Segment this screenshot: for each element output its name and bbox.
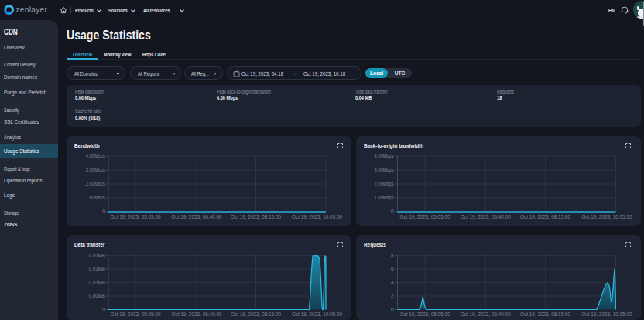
svg-text:Oct 19, 2023, 05:05:00: Oct 19, 2023, 05:05:00 [400, 311, 450, 317]
svg-text:6: 6 [391, 266, 394, 271]
svg-text:Oct 19, 2023, 08:15:00: Oct 19, 2023, 08:15:00 [520, 214, 570, 220]
svg-text:Oct 19, 2023, 06:40:00: Oct 19, 2023, 06:40:00 [461, 214, 511, 220]
svg-text:Oct 19, 2023, 05:05:00: Oct 19, 2023, 05:05:00 [111, 214, 161, 220]
svg-text:0: 0 [391, 209, 394, 214]
svg-text:0: 0 [102, 209, 105, 214]
svg-text:4: 4 [391, 279, 394, 284]
svg-text:Oct 19, 2023, 10:05:00: Oct 19, 2023, 10:05:00 [582, 311, 632, 317]
svg-text:Oct 19, 2023, 08:15:00: Oct 19, 2023, 08:15:00 [231, 214, 281, 220]
svg-text:4.00Mbps: 4.00Mbps [375, 153, 395, 159]
svg-text:8: 8 [391, 252, 394, 257]
svg-text:Oct 19, 2023, 10:05:00: Oct 19, 2023, 10:05:00 [292, 214, 342, 220]
svg-text:0: 0 [102, 306, 105, 311]
svg-text:0.00MB: 0.00MB [89, 293, 105, 298]
svg-text:Oct 19, 2023, 05:05:00: Oct 19, 2023, 05:05:00 [400, 214, 450, 220]
svg-text:0.01MB: 0.01MB [89, 266, 105, 271]
svg-text:0: 0 [391, 306, 394, 311]
svg-text:Oct 19, 2023, 10:05:00: Oct 19, 2023, 10:05:00 [292, 311, 342, 317]
svg-text:1.00Mbps: 1.00Mbps [86, 195, 106, 201]
svg-text:2: 2 [391, 293, 394, 298]
svg-text:Oct 19, 2023, 08:15:00: Oct 19, 2023, 08:15:00 [231, 311, 281, 317]
svg-text:Oct 19, 2023, 10:05:00: Oct 19, 2023, 10:05:00 [582, 214, 632, 220]
svg-text:Oct 19, 2023, 08:15:00: Oct 19, 2023, 08:15:00 [520, 311, 570, 317]
svg-text:1.00Mbps: 1.00Mbps [375, 195, 395, 201]
svg-text:Oct 19, 2023, 06:40:00: Oct 19, 2023, 06:40:00 [461, 311, 511, 317]
svg-text:3.00Mbps: 3.00Mbps [375, 167, 395, 173]
svg-text:0.01MB: 0.01MB [89, 279, 105, 284]
svg-text:4.00Mbps: 4.00Mbps [86, 153, 106, 159]
svg-text:2.00Mbps: 2.00Mbps [375, 181, 395, 187]
svg-text:Oct 19, 2023, 06:40:00: Oct 19, 2023, 06:40:00 [172, 311, 222, 317]
svg-text:0.01MB: 0.01MB [89, 252, 105, 257]
svg-text:Oct 19, 2023, 05:05:00: Oct 19, 2023, 05:05:00 [111, 311, 161, 317]
svg-text:2.00Mbps: 2.00Mbps [86, 181, 106, 187]
svg-text:3.00Mbps: 3.00Mbps [86, 167, 106, 173]
svg-text:Oct 19, 2023, 06:40:00: Oct 19, 2023, 06:40:00 [172, 214, 222, 220]
